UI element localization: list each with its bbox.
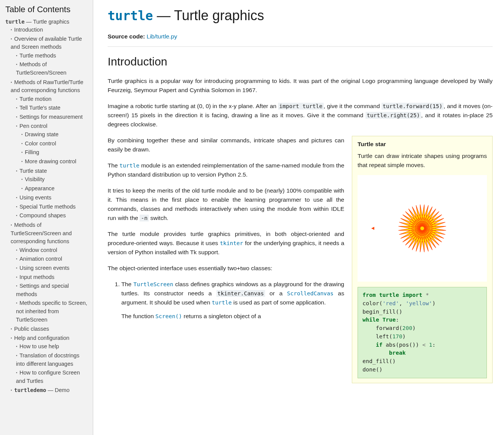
code-block: from turtle import * color('red', 'yello… bbox=[358, 287, 487, 378]
code-forward: turtle.forward(15) bbox=[382, 103, 444, 110]
intro-p3: By combining together these and similar … bbox=[108, 136, 344, 154]
intro-p7: The object-oriented interface uses essen… bbox=[108, 264, 344, 273]
toc-link[interactable]: Compound shapes bbox=[19, 212, 66, 218]
toc-root-link[interactable]: turtle — Turtle graphics bbox=[5, 19, 69, 25]
toc-link[interactable]: Tell Turtle's state bbox=[19, 105, 60, 111]
divider bbox=[108, 46, 493, 47]
toc-link[interactable]: Pen control bbox=[19, 123, 47, 129]
code-scrolledcanvas[interactable]: ScrolledCanvas bbox=[287, 290, 334, 296]
toc-link[interactable]: Overview of available Turtle and Screen … bbox=[11, 36, 82, 50]
title-mod: turtle bbox=[108, 8, 153, 23]
code-n-switch: -n bbox=[140, 215, 148, 221]
aside-text: Turtle can draw intricate shapes using p… bbox=[358, 151, 487, 170]
source-link[interactable]: Lib/turtle.py bbox=[147, 33, 177, 40]
source-code-line: Source code: Lib/turtle.py bbox=[108, 32, 493, 41]
toc-link[interactable]: Filling bbox=[25, 149, 39, 155]
code-tkinter[interactable]: tkinter bbox=[220, 240, 243, 246]
toc-link[interactable]: Introduction bbox=[14, 27, 43, 33]
toc-link[interactable]: Translation of docstrings into different… bbox=[16, 352, 79, 367]
toc-link[interactable]: Special Turtle methods bbox=[19, 204, 76, 210]
toc-link[interactable]: Methods specific to Screen, not inherite… bbox=[16, 300, 87, 322]
intro-heading: Introduction bbox=[108, 55, 493, 68]
code-turtle-mod[interactable]: turtle bbox=[119, 163, 139, 169]
page-title: turtle — Turtle graphics bbox=[108, 8, 493, 24]
toc-link[interactable]: Methods of TurtleScreen/Screen bbox=[16, 61, 66, 76]
code-right: turtle.right(25) bbox=[366, 112, 421, 119]
toc-link[interactable]: Help and configuration bbox=[14, 335, 69, 341]
toc-link[interactable]: Turtle state bbox=[19, 168, 47, 174]
intro-p5: It tries to keep the merits of the old t… bbox=[108, 186, 344, 223]
toc-sidebar: « Table of Contents turtle — Turtle grap… bbox=[0, 0, 93, 435]
collapse-sidebar-icon[interactable]: « bbox=[93, 183, 93, 188]
toc-link[interactable]: Methods of RawTurtle/Turtle and correspo… bbox=[11, 79, 83, 94]
code-screen-fn[interactable]: Screen() bbox=[156, 313, 182, 319]
toc-heading: Table of Contents bbox=[5, 5, 89, 14]
toc-link[interactable]: How to use help bbox=[19, 343, 59, 349]
svg-marker-0 bbox=[399, 205, 446, 252]
toc-link[interactable]: Methods of TurtleScreen/Screen and corre… bbox=[11, 222, 72, 244]
toc-link[interactable]: Window control bbox=[19, 247, 57, 253]
toc-link[interactable]: Settings and special methods bbox=[16, 283, 69, 297]
code-turtlescreen[interactable]: TurtleScreen bbox=[134, 281, 173, 287]
toc-link[interactable]: Color control bbox=[25, 140, 56, 147]
intro-p4: The turtle module is an extended reimple… bbox=[108, 161, 344, 179]
code-turtle2[interactable]: turtle bbox=[212, 300, 232, 306]
intro-p1: Turtle graphics is a popular way for int… bbox=[108, 76, 493, 95]
aside-title: Turtle star bbox=[358, 141, 487, 148]
main-content: turtle — Turtle graphics Source code: Li… bbox=[93, 0, 504, 435]
toc-link[interactable]: More drawing control bbox=[25, 158, 76, 164]
intro-p2: Imagine a robotic turtle starting at (0,… bbox=[108, 102, 493, 129]
toc-root-mod: turtle bbox=[5, 19, 25, 25]
toc-demo-mod: turtledemo bbox=[14, 387, 46, 393]
toc-link[interactable]: Using screen events bbox=[19, 265, 69, 271]
toc-link[interactable]: How to configure Screen and Turtles bbox=[16, 370, 80, 384]
class-list-item-1: The TurtleScreen class defines graphics … bbox=[121, 280, 344, 321]
toc-link[interactable]: Appearance bbox=[25, 185, 54, 191]
toc-link[interactable]: Animation control bbox=[19, 256, 62, 262]
toc-link[interactable]: Turtle methods bbox=[19, 53, 56, 59]
toc-link[interactable]: Turtle motion bbox=[19, 96, 51, 102]
toc-link[interactable]: Drawing state bbox=[25, 131, 59, 137]
toc-link[interactable]: Visibility bbox=[25, 176, 45, 182]
turtle-star-image bbox=[358, 175, 487, 282]
toc-link[interactable]: Input methods bbox=[19, 274, 54, 280]
toc-demo-link[interactable]: turtledemo — Demo bbox=[14, 387, 70, 393]
intro-p6: The turtle module provides turtle graphi… bbox=[108, 229, 344, 257]
toc-link[interactable]: Public classes bbox=[14, 326, 49, 332]
toc-link[interactable]: Using events bbox=[19, 194, 51, 201]
turtle-star-aside: Turtle star Turtle can draw intricate sh… bbox=[352, 136, 493, 383]
turtle-arrow-icon bbox=[371, 227, 374, 230]
toc-link[interactable]: Settings for measurement bbox=[19, 114, 83, 120]
code-canvas: tkinter.Canvas bbox=[216, 290, 265, 297]
source-label: Source code: bbox=[108, 33, 145, 40]
code-import: import turtle bbox=[278, 103, 324, 110]
